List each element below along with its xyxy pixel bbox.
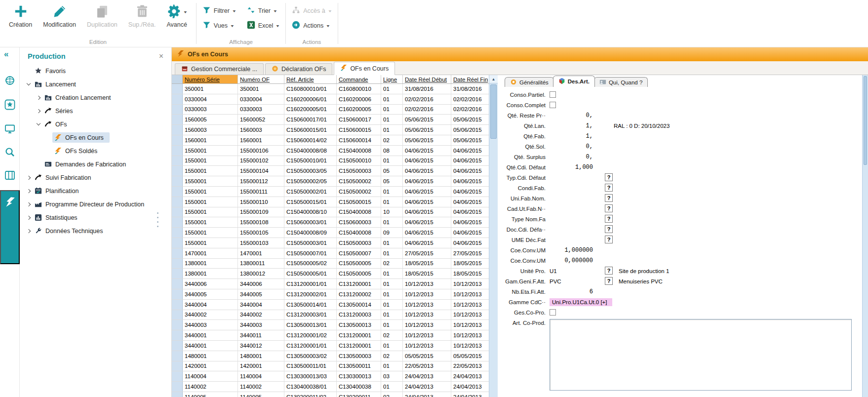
cell[interactable]: 05/06/2015 — [403, 125, 451, 135]
expander-open-icon[interactable] — [25, 83, 33, 85]
collapse-sidebar-button[interactable]: « — [4, 49, 8, 59]
row-selector[interactable] — [172, 310, 183, 320]
cell[interactable]: C150500005/01 — [284, 269, 337, 278]
cell[interactable]: C150600017 — [337, 115, 381, 124]
cell[interactable]: C131200001 — [337, 279, 381, 289]
cell[interactable]: 04/06/2015 — [403, 207, 451, 217]
tab-declaration-ofs[interactable]: Déclaration OFs — [265, 63, 332, 75]
cell[interactable]: 18/05/2015 — [403, 259, 451, 269]
cell[interactable]: 24/04/2013 — [451, 371, 489, 381]
table-row[interactable]: 34400013440011C131200001/02C131200001021… — [172, 330, 489, 341]
column-header-date-reel-debut[interactable]: Date Réel Début — [403, 75, 451, 83]
cell[interactable]: 1480001 — [183, 351, 238, 361]
column-header-commande[interactable]: Commande — [337, 75, 381, 83]
cell[interactable]: 155000112 — [238, 176, 284, 186]
cell[interactable]: 05/06/2015 — [403, 115, 451, 124]
cell[interactable]: 1550001 — [183, 166, 238, 176]
cell[interactable]: 155000109 — [238, 207, 284, 217]
row-selector[interactable] — [172, 135, 183, 145]
cell[interactable]: C150600003/01 — [284, 217, 337, 227]
cell[interactable]: C150400008/08 — [284, 146, 337, 156]
cell[interactable]: C150600015 — [337, 125, 381, 135]
row-selector[interactable] — [172, 351, 183, 361]
cell[interactable]: 04/06/2015 — [451, 217, 489, 227]
cell[interactable]: 18/05/2015 — [403, 269, 451, 278]
cell[interactable]: C160200006/01 — [284, 94, 337, 104]
cell[interactable]: 10/12/2013 — [451, 289, 489, 299]
cell[interactable]: C150500005 — [337, 269, 381, 278]
cell[interactable]: 3440003 — [238, 320, 284, 330]
tab-qui-quand[interactable]: Qui, Quand ? — [594, 77, 648, 87]
cell[interactable]: 3440012 — [238, 341, 284, 351]
cell[interactable]: 350001 — [183, 84, 238, 94]
cell[interactable]: 02 — [381, 392, 403, 397]
cell[interactable]: 04/06/2015 — [451, 187, 489, 197]
cell[interactable]: 22/05/2013 — [451, 361, 489, 371]
cell[interactable]: 1420001 — [238, 361, 284, 371]
sidebar-item-programme-directeur-de-production[interactable]: Programme Directeur de Production — [20, 198, 171, 211]
cell[interactable]: 155000105 — [238, 228, 284, 238]
expander-closed-icon[interactable] — [25, 230, 33, 233]
cell[interactable]: C130500013 — [337, 320, 381, 330]
field-value[interactable]: 1,000 — [550, 164, 593, 171]
cell[interactable]: 0330003 — [183, 105, 238, 115]
cell[interactable]: 13800011 — [238, 259, 284, 269]
cell[interactable]: 01 — [381, 238, 403, 248]
field-value[interactable]: 1, — [550, 133, 593, 140]
cell[interactable]: 155000102 — [238, 156, 284, 166]
grid-vertical-scrollbar[interactable]: ▲ — [489, 75, 498, 397]
table-row[interactable]: 1550001155000111C150500002/01C1505000020… — [172, 187, 489, 197]
cell[interactable]: 03 — [381, 371, 403, 381]
search-module-button[interactable] — [2, 145, 18, 160]
table-row[interactable]: 1550001155000103C150500003/01C1505000030… — [172, 238, 489, 248]
creation-button[interactable]: Création — [4, 2, 37, 28]
cell[interactable]: C150400008 — [337, 228, 381, 238]
table-row[interactable]: 156000515600052C150600017/01C15060001701… — [172, 115, 489, 125]
cell[interactable]: 1550001 — [183, 197, 238, 207]
lookup-button[interactable]: ? — [605, 267, 613, 275]
cell[interactable]: 10/12/2013 — [403, 279, 451, 289]
cell[interactable]: 04/06/2015 — [451, 197, 489, 207]
row-selector[interactable] — [172, 279, 183, 289]
reports-module-button[interactable] — [2, 168, 18, 184]
cell[interactable]: 24/04/2013 — [403, 382, 451, 392]
cell[interactable]: C130500003/02 — [284, 351, 337, 361]
cell[interactable]: 155000106 — [238, 146, 284, 156]
column-header-ref-article[interactable]: Réf. Article — [284, 75, 337, 83]
cell[interactable]: 10/12/2013 — [403, 330, 451, 340]
cell[interactable]: 04/06/2015 — [403, 176, 451, 186]
cell[interactable]: C130500003 — [337, 351, 381, 361]
cell[interactable]: C160200005/01 — [284, 105, 337, 115]
cell[interactable]: C150500015/01 — [284, 197, 337, 207]
filtrer-button[interactable]: Filtrer ▼ — [202, 6, 236, 16]
window-vertical-scrollbar[interactable] — [862, 75, 868, 397]
desktop-module-button[interactable] — [2, 121, 18, 137]
table-row[interactable]: 03300040330004C160200006/01C160200006010… — [172, 94, 489, 105]
cell[interactable]: 3440002 — [238, 310, 284, 320]
cell[interactable]: 1560001 — [183, 135, 238, 145]
cell[interactable]: 1470001 — [238, 248, 284, 258]
cell[interactable]: 155000103 — [238, 238, 284, 248]
cell[interactable]: C150500005 — [337, 259, 381, 269]
row-selector[interactable] — [172, 259, 183, 269]
row-selector[interactable] — [172, 300, 183, 310]
cell[interactable]: 01 — [381, 197, 403, 207]
cell[interactable]: 04/06/2015 — [403, 238, 451, 248]
cell[interactable]: 05/06/2015 — [403, 135, 451, 145]
cell[interactable]: 15600052 — [238, 115, 284, 124]
row-selector[interactable] — [172, 269, 183, 278]
cell[interactable]: 1560001 — [238, 135, 284, 145]
cell[interactable]: C150500003 — [337, 166, 381, 176]
expander-closed-icon[interactable] — [25, 190, 33, 193]
cell[interactable]: 02 — [381, 351, 403, 361]
row-selector[interactable] — [172, 330, 183, 340]
cell[interactable]: 01 — [381, 320, 403, 330]
trier-button[interactable]: Trier ▼ — [247, 6, 280, 16]
cell[interactable]: C150500002 — [337, 187, 381, 197]
field-value[interactable]: 6 — [550, 288, 593, 295]
row-selector[interactable] — [172, 176, 183, 186]
table-row[interactable]: 34400063440006C131200001/01C131200001011… — [172, 279, 489, 289]
cell[interactable]: 04/06/2015 — [451, 176, 489, 186]
cell[interactable]: 04/06/2015 — [451, 238, 489, 248]
cell[interactable]: 10/12/2013 — [451, 279, 489, 289]
